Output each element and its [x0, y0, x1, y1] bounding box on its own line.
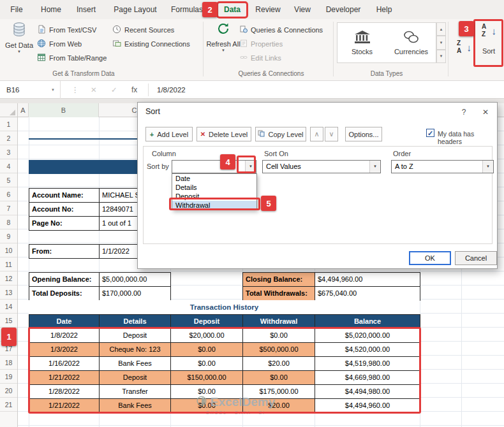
- row-header[interactable]: 21: [0, 398, 17, 412]
- insert-function-icon[interactable]: fx: [131, 81, 137, 99]
- cancel-icon[interactable]: ✕: [91, 81, 97, 99]
- get-data-button[interactable]: Get Data ▼: [4, 21, 34, 71]
- dropdown-item-date[interactable]: Date: [172, 174, 256, 183]
- gallery-more-button[interactable]: ▼: [436, 50, 446, 63]
- total-deposits-value[interactable]: $170,000.00: [100, 287, 171, 301]
- select-all-button[interactable]: [0, 103, 18, 117]
- total-withdrawals-label[interactable]: Total Withdrawals:: [243, 287, 315, 301]
- column-header-a[interactable]: A: [18, 103, 29, 117]
- cancel-button[interactable]: Cancel: [455, 251, 497, 265]
- order-section-label: Order: [393, 150, 411, 157]
- tab-page-layout[interactable]: Page Layout: [106, 0, 165, 19]
- formula-bar-value[interactable]: 1/8/2022: [157, 81, 476, 99]
- copy-level-button[interactable]: Copy Level: [255, 127, 306, 141]
- tab-formulas[interactable]: Formulas: [167, 0, 207, 19]
- close-icon[interactable]: ✕: [477, 106, 494, 119]
- from-web-button[interactable]: From Web: [37, 38, 82, 50]
- recent-sources-label: Recent Sources: [124, 26, 174, 34]
- sort-za-icon: A: [457, 47, 461, 54]
- row-header[interactable]: 6: [0, 187, 17, 201]
- row-header[interactable]: 12: [0, 271, 17, 286]
- my-data-has-headers-checkbox[interactable]: ✓: [426, 129, 434, 137]
- row-header[interactable]: 19: [0, 370, 17, 384]
- from-label[interactable]: From:: [29, 245, 100, 259]
- move-down-button[interactable]: ∨: [325, 127, 338, 141]
- annotation-box-data-tab: [216, 1, 248, 18]
- row-header[interactable]: 2: [0, 131, 17, 145]
- tab-file[interactable]: File: [4, 0, 29, 19]
- row-header[interactable]: 4: [0, 159, 17, 173]
- row-header[interactable]: 9: [0, 229, 17, 243]
- gallery-scrollbar: ▲ ▼ ▼: [436, 22, 446, 63]
- annotation-badge-4: 4: [220, 154, 235, 170]
- total-deposits-label[interactable]: Total Deposits:: [29, 287, 100, 301]
- row-header[interactable]: 14: [0, 300, 17, 314]
- sort-za-icon: Z: [457, 40, 461, 47]
- delete-level-button[interactable]: ✕ Delete Level: [196, 127, 251, 141]
- tab-review[interactable]: Review: [251, 0, 285, 19]
- options-button[interactable]: Options...: [345, 127, 382, 141]
- existing-connections-label: Existing Connections: [124, 40, 190, 48]
- name-box-dropdown-icon[interactable]: ▼: [51, 81, 55, 99]
- row-header[interactable]: 20: [0, 384, 17, 398]
- sort-arrow-icon: ↓: [467, 40, 472, 55]
- order-combo[interactable]: A to Z ▼: [391, 160, 494, 173]
- account-name-label[interactable]: Account Name:: [29, 189, 100, 203]
- move-up-button[interactable]: ∧: [310, 127, 323, 141]
- refresh-all-label: Refresh All: [206, 40, 240, 48]
- closing-balance-label[interactable]: Closing Balance:: [243, 273, 315, 287]
- row-header[interactable]: 5: [0, 173, 17, 187]
- row-header[interactable]: 18: [0, 356, 17, 370]
- sort-za-button[interactable]: Z A ↓: [456, 38, 472, 59]
- column-header-b[interactable]: B: [29, 103, 99, 117]
- row-header[interactable]: 1: [0, 117, 17, 131]
- sort-on-combo[interactable]: Cell Values ▼: [262, 160, 381, 173]
- opening-balance-value[interactable]: $5,000,000.00: [100, 273, 171, 287]
- tab-insert[interactable]: Insert: [71, 0, 101, 19]
- tab-view[interactable]: View: [288, 0, 316, 19]
- add-level-button[interactable]: + Add Level: [145, 127, 193, 141]
- row-header[interactable]: 7: [0, 201, 17, 215]
- row-header[interactable]: 8: [0, 215, 17, 229]
- tab-help[interactable]: Help: [370, 0, 398, 19]
- annotation-box-sortby-arrow: [237, 156, 256, 173]
- opening-balance-label[interactable]: Opening Balance:: [29, 273, 100, 287]
- page-no-label[interactable]: Page No:: [29, 217, 100, 231]
- from-table-range-label: From Table/Range: [49, 54, 107, 62]
- refresh-all-button[interactable]: Refresh All ▼: [208, 21, 239, 71]
- currencies-data-type[interactable]: Currencies: [387, 23, 436, 62]
- existing-connections-button[interactable]: Existing Connections: [112, 38, 190, 50]
- row-header[interactable]: 11: [0, 257, 17, 271]
- sort-dialog: Sort ? ✕ + Add Level ✕ Delete Level Copy…: [137, 102, 498, 269]
- gallery-scroll-up-button[interactable]: ▲: [436, 22, 446, 36]
- closing-balance-value[interactable]: $4,494,960.00: [315, 273, 420, 287]
- row-header[interactable]: 10: [0, 243, 17, 257]
- plus-icon: +: [150, 131, 154, 138]
- recent-sources-button[interactable]: Recent Sources: [112, 24, 174, 36]
- combo-dropdown-icon[interactable]: ▼: [482, 161, 493, 173]
- row-header[interactable]: 15: [0, 314, 17, 328]
- delete-level-label: Delete Level: [209, 131, 248, 138]
- column-section-label: Column: [152, 150, 176, 157]
- stocks-data-type[interactable]: Stocks: [337, 23, 387, 62]
- ok-button[interactable]: OK: [409, 251, 451, 265]
- my-data-has-headers-label: My data has headers: [438, 130, 497, 145]
- ribbon-tab-bar: File Home Insert Page Layout Formulas Da…: [0, 0, 504, 19]
- queries-connections-button[interactable]: Queries & Connections: [240, 24, 323, 36]
- total-withdrawals-value[interactable]: $675,040.00: [315, 287, 420, 301]
- combo-dropdown-icon[interactable]: ▼: [369, 161, 380, 173]
- enter-icon[interactable]: ✓: [111, 81, 117, 99]
- help-icon[interactable]: ?: [456, 106, 472, 119]
- row-header[interactable]: 13: [0, 286, 17, 300]
- row-header[interactable]: 3: [0, 145, 17, 159]
- from-text-csv-button[interactable]: From Text/CSV: [37, 24, 96, 36]
- formula-bar-separator: [148, 83, 149, 96]
- dropdown-item-details[interactable]: Details: [172, 183, 256, 192]
- gallery-scroll-down-button[interactable]: ▼: [436, 36, 446, 49]
- delete-x-icon: ✕: [200, 131, 205, 138]
- from-table-range-button[interactable]: From Table/Range: [37, 52, 107, 64]
- summary-left-block: Opening Balance: $5,000,000.00 Total Dep…: [29, 272, 171, 301]
- tab-developer[interactable]: Developer: [320, 0, 366, 19]
- account-no-label[interactable]: Account No:: [29, 203, 100, 217]
- tab-home[interactable]: Home: [36, 0, 66, 19]
